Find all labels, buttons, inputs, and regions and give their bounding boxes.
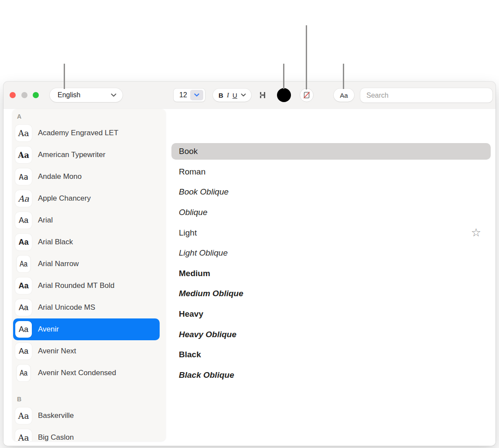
no-highlight-icon — [303, 91, 311, 99]
typeface-style-row[interactable]: Black Oblique — [171, 365, 491, 386]
font-family-name: Avenir — [38, 325, 59, 334]
typeface-style-row[interactable]: Book Oblique — [171, 182, 491, 202]
bold-italic-underline-popup[interactable]: B I U — [213, 89, 251, 102]
language-popup-value: English — [58, 91, 80, 99]
typeface-style-label: Medium — [179, 269, 210, 278]
bold-label: B — [219, 92, 223, 99]
typeface-style-row[interactable]: Oblique — [171, 202, 491, 223]
font-family-name: Big Caslon — [38, 433, 74, 441]
font-family-row[interactable]: AaAvenir Next Condensed — [13, 362, 160, 384]
typeface-style-row[interactable]: Heavy Oblique — [171, 324, 491, 345]
font-sample-tile: Aa — [15, 343, 32, 359]
zoom-window-button[interactable] — [33, 92, 39, 98]
typeface-style-label: Black — [179, 350, 201, 359]
typeface-style-label: Light Oblique — [179, 248, 228, 258]
font-family-name: American Typewriter — [38, 150, 106, 159]
typeface-style-label: Light — [179, 228, 197, 238]
font-family-row[interactable]: AaArial Unicode MS — [13, 297, 160, 318]
size-popup-chevron-box — [190, 90, 203, 100]
font-sample-tile: Aa — [15, 147, 32, 163]
font-size-popup[interactable]: 12 — [174, 89, 205, 102]
screenshot-stage: English 12 B I U — [0, 0, 499, 448]
typeface-style-label: Heavy Oblique — [179, 330, 236, 339]
section-header-b: B — [12, 393, 166, 405]
font-family-name: Arial Unicode MS — [38, 303, 95, 312]
minimize-window-button[interactable] — [21, 92, 27, 98]
typeface-style-label: Heavy — [179, 309, 203, 319]
typeface-style-label: Oblique — [179, 208, 208, 217]
typeface-style-label: Book — [179, 147, 198, 156]
font-family-name: Academy Engraved LET — [38, 129, 118, 137]
font-family-row[interactable]: AaAvenir — [13, 318, 160, 340]
typeface-style-row[interactable]: Roman — [171, 162, 491, 182]
font-sample-tile: Aa — [17, 256, 30, 272]
font-family-list: AAaAcademy Engraved LETAaAmerican Typewr… — [12, 109, 166, 441]
typeface-style-label: Roman — [179, 167, 205, 177]
search-input[interactable] — [360, 88, 492, 103]
typeface-styles-list: BookRomanBook ObliqueObliqueLight☆Light … — [171, 141, 491, 385]
callout-line-case-button — [343, 64, 344, 89]
font-family-row[interactable]: AaAvenir Next — [13, 340, 160, 362]
typeface-style-row[interactable]: Black — [171, 345, 491, 365]
font-family-row[interactable]: AaArial — [13, 209, 160, 231]
font-family-row[interactable]: AaApple Chancery — [13, 188, 160, 209]
chevron-down-icon — [111, 93, 116, 97]
font-sample-tile: Aa — [15, 190, 32, 207]
chevron-down-icon — [241, 93, 246, 97]
format-h-button[interactable] — [256, 89, 270, 102]
font-sample-tile: Aa — [15, 234, 32, 250]
callout-line-highlight-well — [306, 25, 307, 89]
font-family-name: Baskerville — [38, 411, 74, 420]
h-icon — [259, 91, 267, 99]
content-area: AAaAcademy Engraved LETAaAmerican Typewr… — [3, 109, 496, 446]
typeface-style-row[interactable]: Heavy — [171, 304, 491, 325]
font-sample-tile: Aa — [15, 125, 32, 141]
font-sample-tile: Aa — [15, 429, 32, 441]
font-sample-tile: Aa — [15, 299, 32, 316]
font-sample-tile: Aa — [15, 407, 32, 424]
font-family-row[interactable]: AaAcademy Engraved LET — [13, 122, 160, 144]
toolbar: English 12 B I U — [3, 82, 496, 109]
section-header-a: A — [12, 111, 166, 122]
typeface-style-label: Medium Oblique — [179, 289, 243, 298]
typeface-style-row[interactable]: Medium Oblique — [171, 284, 491, 304]
font-family-name: Arial Narrow — [38, 260, 79, 268]
font-sample-tile: Aa — [17, 365, 30, 381]
font-family-name: Apple Chancery — [38, 194, 91, 203]
case-options-label: Aa — [340, 92, 348, 99]
favorite-star-icon[interactable]: ☆ — [471, 227, 481, 238]
font-family-row[interactable]: AaArial Black — [13, 231, 160, 253]
font-family-name: Andale Mono — [38, 172, 82, 181]
callout-line-text-color-well — [283, 64, 284, 89]
font-family-row[interactable]: AaAmerican Typewriter — [13, 144, 160, 166]
font-family-name: Arial Rounded MT Bold — [38, 281, 114, 290]
typeface-style-row[interactable]: Light☆ — [171, 222, 491, 243]
font-family-name: Arial — [38, 216, 53, 225]
font-sample-tile: Aa — [15, 277, 32, 294]
font-size-value: 12 — [179, 91, 187, 99]
font-family-name: Avenir Next — [38, 347, 76, 356]
font-family-row[interactable]: AaAndale Mono — [13, 166, 160, 188]
font-family-name: Arial Black — [38, 238, 73, 246]
font-family-row[interactable]: AaArial Narrow — [13, 253, 160, 275]
case-options-button[interactable]: Aa — [334, 89, 354, 102]
typeface-style-row[interactable]: Book — [171, 143, 491, 160]
close-window-button[interactable] — [10, 92, 16, 98]
italic-label: I — [227, 92, 229, 99]
typeface-style-label: Black Oblique — [179, 370, 234, 380]
highlight-color-well[interactable] — [300, 88, 314, 102]
underline-label: U — [232, 92, 237, 99]
font-book-window: English 12 B I U — [3, 82, 496, 446]
typeface-style-label: Book Oblique — [179, 187, 229, 197]
text-color-well[interactable] — [277, 88, 291, 102]
font-family-name: Avenir Next Condensed — [38, 369, 116, 377]
typeface-style-row[interactable]: Light Oblique — [171, 243, 491, 263]
font-family-row[interactable]: AaBig Caslon — [13, 427, 160, 441]
chevron-down-icon — [194, 93, 199, 97]
language-popup[interactable]: English — [50, 88, 123, 102]
font-family-row[interactable]: AaBaskerville — [13, 405, 160, 427]
callout-line-language-popup — [64, 64, 65, 89]
typeface-style-row[interactable]: Medium — [171, 263, 491, 284]
font-sample-tile: Aa — [15, 168, 32, 185]
font-family-row[interactable]: AaArial Rounded MT Bold — [13, 275, 160, 297]
